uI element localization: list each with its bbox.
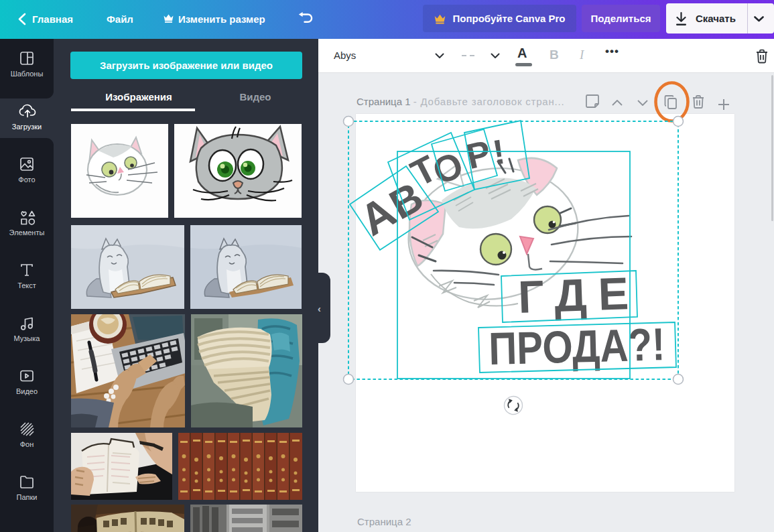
svg-text:ГДЕ: ГДЕ (517, 267, 630, 322)
svg-text:Р: Р (462, 133, 495, 176)
